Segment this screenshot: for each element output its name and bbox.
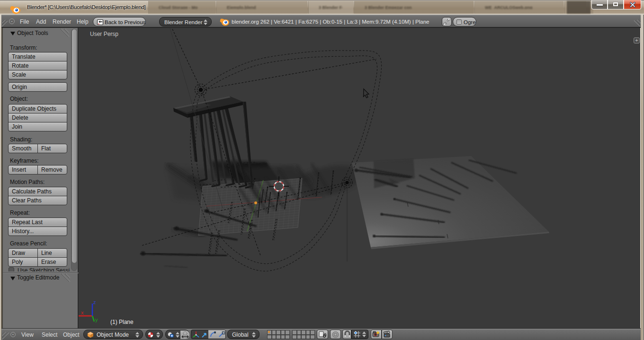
svg-text:x: x <box>81 310 84 315</box>
svg-text:y: y <box>95 317 98 323</box>
svg-text:z: z <box>93 300 96 305</box>
